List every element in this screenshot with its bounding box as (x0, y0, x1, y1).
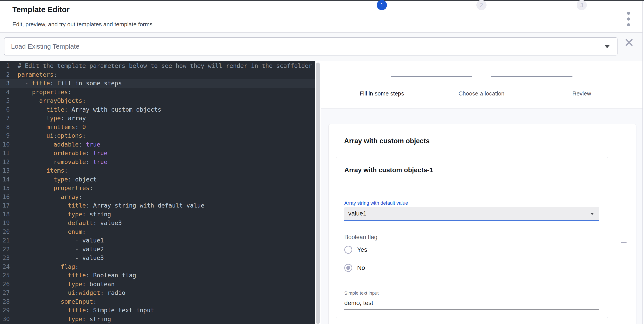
load-template-select[interactable]: Load Existing Template (4, 37, 618, 56)
line-number: 26 (0, 280, 10, 289)
code-line: 8 minItems: 0 (0, 123, 315, 132)
code-line: 30 type: string (0, 315, 315, 323)
code-text: title: Boolean flag (10, 271, 136, 280)
radio-option-no[interactable]: No (344, 263, 365, 272)
load-template-placeholder: Load Existing Template (11, 38, 80, 55)
code-text: - title: Fill in some steps (10, 79, 122, 88)
code-line: 17 title: Array string with default valu… (0, 201, 315, 210)
content-right-edge (642, 1, 643, 324)
code-line: 16 array: (0, 192, 315, 201)
load-template-section: Load Existing Template (0, 33, 643, 61)
array-select-label: Array string with default value (344, 200, 408, 206)
code-line: 2parameters: (0, 70, 315, 79)
code-line: 26 type: boolean (0, 280, 315, 289)
array-string-select[interactable]: value1 (344, 207, 600, 221)
code-text: items: (10, 166, 68, 175)
page-subtitle: Edit, preview, and try out templates and… (12, 21, 152, 28)
step-label-fill-in-some-steps: Fill in some steps (360, 90, 404, 97)
line-number: 15 (0, 184, 10, 192)
array-section-title: Array with custom objects (344, 137, 430, 145)
boolean-flag-label: Boolean flag (344, 234, 378, 241)
remove-array-item-button[interactable] (619, 239, 628, 245)
page-header: Template Editor Edit, preview, and try o… (0, 1, 643, 33)
simple-text-input-label: Simple text input (344, 290, 378, 296)
simple-text-input[interactable]: demo, test (344, 297, 600, 308)
code-line: 19 default: value3 (0, 219, 315, 227)
code-line: 10 addable: true (0, 140, 315, 149)
radio-no-label: No (357, 264, 365, 271)
code-text: type: object (10, 175, 97, 184)
template-editor-screen: Template Editor Edit, preview, and try o… (0, 0, 644, 324)
array-select-value: value1 (348, 207, 366, 220)
code-line: 23 - value3 (0, 253, 315, 262)
code-text: title: Array with custom objects (10, 105, 161, 114)
line-number: 5 (0, 96, 10, 105)
stepper: 1 2 3 Fill in some steps Choose a locati… (321, 61, 643, 108)
code-text: minItems: 0 (10, 123, 86, 132)
line-number: 25 (0, 271, 10, 280)
line-number: 3 (0, 79, 10, 88)
line-number: 7 (0, 114, 10, 123)
kebab-icon (627, 23, 630, 26)
code-text: - value1 (10, 236, 104, 245)
editor-scrollbar-thumb[interactable] (316, 63, 320, 324)
more-options-button[interactable] (624, 12, 634, 26)
code-text: properties: (10, 88, 72, 97)
minus-icon (621, 242, 626, 243)
step-label-review: Review (572, 90, 591, 97)
kebab-icon (627, 18, 630, 21)
step-label-choose-a-location: Choose a location (458, 90, 504, 97)
code-text: flag: (10, 262, 78, 271)
code-text: title: Simple text input (10, 306, 154, 315)
code-text: enum: (10, 227, 86, 236)
code-text: type: boolean (10, 280, 114, 289)
code-text: - value3 (10, 253, 104, 262)
code-text: type: string (10, 210, 111, 219)
code-line: 3 - title: Fill in some steps (0, 79, 315, 88)
code-line: 25 title: Boolean flag (0, 271, 315, 280)
code-line: 13 items: (0, 166, 315, 175)
line-number: 30 (0, 315, 10, 323)
code-lines: 1# Edit the template parameters below to… (0, 62, 315, 323)
code-text: properties: (10, 184, 93, 192)
code-line: 22 - value2 (0, 245, 315, 254)
line-number: 9 (0, 131, 10, 140)
line-number: 6 (0, 105, 10, 114)
line-number: 18 (0, 210, 10, 219)
code-text: default: value3 (10, 219, 122, 227)
code-text: title: Array string with default value (10, 201, 204, 210)
code-text: type: array (10, 114, 86, 123)
code-text: removable: true (10, 158, 107, 166)
radio-option-yes[interactable]: Yes (344, 245, 367, 254)
code-text: orderable: true (10, 149, 107, 158)
yaml-code-editor[interactable]: 1# Edit the template parameters below to… (0, 61, 315, 324)
input-underline (344, 309, 600, 310)
radio-yes-label: Yes (357, 246, 367, 253)
code-line: 18 type: string (0, 210, 315, 219)
line-number: 8 (0, 123, 10, 132)
code-line: 9 ui:options: (0, 131, 315, 140)
page-title: Template Editor (12, 5, 70, 14)
line-number: 2 (0, 70, 10, 79)
template-preview-panel: 1 2 3 Fill in some steps Choose a locati… (321, 61, 643, 324)
code-text: ui:widget: radio (10, 288, 126, 297)
chevron-down-icon (590, 213, 594, 215)
line-number: 20 (0, 227, 10, 236)
code-line: 4 properties: (0, 88, 315, 97)
code-line: 29 title: Simple text input (0, 306, 315, 315)
code-line: 24 flag: (0, 262, 315, 271)
code-text: ui:options: (10, 131, 86, 140)
line-number: 16 (0, 192, 10, 201)
code-text: - value2 (10, 245, 104, 254)
line-number: 12 (0, 158, 10, 166)
array-item-card: Array with custom objects-1 Array string… (336, 157, 608, 318)
radio-unchecked-icon (344, 246, 352, 254)
line-number: 13 (0, 166, 10, 175)
line-number: 29 (0, 306, 10, 315)
code-line: 15 properties: (0, 184, 315, 192)
clear-template-button[interactable] (624, 38, 634, 47)
code-line: 20 enum: (0, 227, 315, 236)
form-card: Array with custom objects Array with cus… (328, 124, 636, 324)
code-text: array: (10, 192, 82, 201)
code-line: 28 someInput: (0, 297, 315, 306)
